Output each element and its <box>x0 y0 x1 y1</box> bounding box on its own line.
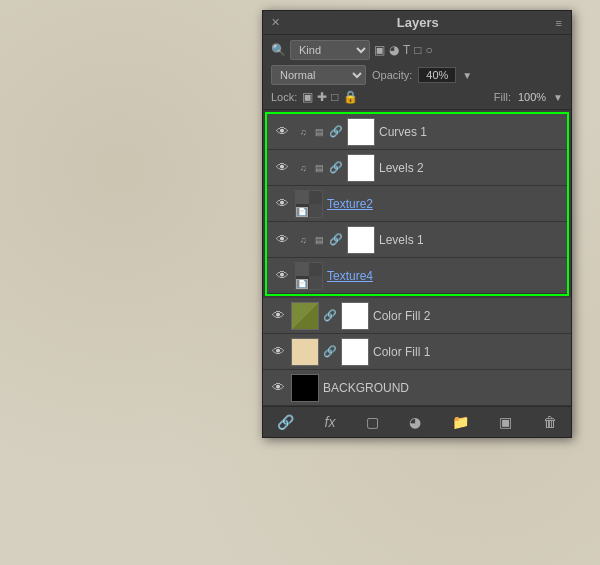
panel-title: Layers <box>397 15 439 30</box>
adjustment-icon-levels1: ▤ <box>315 235 324 245</box>
thumb-curves1 <box>347 118 375 146</box>
layer-item-curves1[interactable]: 👁 ♫ ▤ 🔗 Curves 1 <box>267 114 567 150</box>
lock-row: Lock: ▣ ✚ □ 🔒 Fill: 100% ▼ <box>271 90 563 104</box>
layer-item-texture4[interactable]: 👁 📄 Texture4 <box>267 258 567 294</box>
layer-item-colorfill2[interactable]: 👁 🔗 Color Fill 2 <box>263 298 571 334</box>
visibility-icon-background[interactable]: 👁 <box>269 380 287 395</box>
visibility-icon-colorfill1[interactable]: 👁 <box>269 344 287 359</box>
type-icon-curves1: ♫ <box>295 127 311 137</box>
kind-select[interactable]: Kind <box>290 40 370 60</box>
layer-name-colorfill1: Color Fill 1 <box>373 345 565 359</box>
panel-title-bar: ✕ Layers ≡ <box>263 11 571 35</box>
lock-move-icon[interactable]: ✚ <box>317 90 327 104</box>
lock-pixel-icon[interactable]: ▣ <box>302 90 313 104</box>
selected-group: 👁 ♫ ▤ 🔗 Curves 1 👁 ♫ ▤ 🔗 Levels 2 👁 <box>265 112 569 296</box>
visibility-icon-levels1[interactable]: 👁 <box>273 232 291 247</box>
link-icon-colorfill1[interactable]: 🔗 <box>323 345 337 358</box>
layer-name-levels1: Levels 1 <box>379 233 561 247</box>
smart-filter-icon[interactable]: ○ <box>426 43 433 57</box>
fx-button[interactable]: fx <box>321 412 340 432</box>
layer-name-background: BACKGROUND <box>323 381 565 395</box>
shape-filter-icon[interactable]: □ <box>414 43 421 57</box>
adjustment-filter-icon[interactable]: ◕ <box>389 43 399 57</box>
thumb-background <box>291 374 319 402</box>
lock-label: Lock: <box>271 91 297 103</box>
add-mask-button[interactable]: ▢ <box>362 412 383 432</box>
mask-thumb-colorfill1 <box>341 338 369 366</box>
opacity-input[interactable] <box>418 67 456 83</box>
link-layers-button[interactable]: 🔗 <box>273 412 298 432</box>
filter-icons: ▣ ◕ T □ ○ <box>374 43 433 57</box>
fill-label: Fill: <box>494 91 511 103</box>
type-icon-levels2: ♫ <box>295 163 311 173</box>
layer-name-curves1: Curves 1 <box>379 125 561 139</box>
thumb-colorfill2 <box>291 302 319 330</box>
adjustment-icon-curves1: ▤ <box>315 127 324 137</box>
thumb-levels2 <box>347 154 375 182</box>
folder-button[interactable]: 📁 <box>448 412 473 432</box>
lock-artboard-icon[interactable]: □ <box>331 90 338 104</box>
layer-name-texture2: Texture2 <box>327 197 561 211</box>
thumb-colorfill1 <box>291 338 319 366</box>
filter-row: 🔍 Kind ▣ ◕ T □ ○ <box>271 40 563 60</box>
layers-panel: ✕ Layers ≡ 🔍 Kind ▣ ◕ T □ ○ Normal Opaci… <box>262 10 572 438</box>
layer-name-texture4: Texture4 <box>327 269 561 283</box>
delete-layer-button[interactable]: 🗑 <box>539 412 561 432</box>
layer-item-texture2[interactable]: 👁 📄 Texture2 <box>267 186 567 222</box>
new-layer-button[interactable]: ▣ <box>495 412 516 432</box>
adjustment-layer-button[interactable]: ◕ <box>405 412 425 432</box>
mask-thumb-colorfill2 <box>341 302 369 330</box>
link-icon-colorfill2[interactable]: 🔗 <box>323 309 337 322</box>
visibility-icon-curves1[interactable]: 👁 <box>273 124 291 139</box>
layers-list: 👁 ♫ ▤ 🔗 Curves 1 👁 ♫ ▤ 🔗 Levels 2 👁 <box>263 112 571 406</box>
blend-row: Normal Opacity: ▼ <box>271 65 563 85</box>
thumb-texture4: 📄 <box>295 262 323 290</box>
layer-item-levels2[interactable]: 👁 ♫ ▤ 🔗 Levels 2 <box>267 150 567 186</box>
lock-all-icon[interactable]: 🔒 <box>343 90 358 104</box>
thumb-levels1 <box>347 226 375 254</box>
link-icon-curves1[interactable]: 🔗 <box>329 125 343 138</box>
panel-close-button[interactable]: ✕ <box>271 16 280 29</box>
lock-icons: ▣ ✚ □ 🔒 <box>302 90 357 104</box>
layer-item-levels1[interactable]: 👁 ♫ ▤ 🔗 Levels 1 <box>267 222 567 258</box>
pixel-filter-icon[interactable]: ▣ <box>374 43 385 57</box>
layer-name-colorfill2: Color Fill 2 <box>373 309 565 323</box>
visibility-icon-colorfill2[interactable]: 👁 <box>269 308 287 323</box>
panel-toolbar: 🔍 Kind ▣ ◕ T □ ○ Normal Opacity: ▼ Lock: <box>263 35 571 110</box>
panel-bottom-toolbar: 🔗 fx ▢ ◕ 📁 ▣ 🗑 <box>263 406 571 437</box>
blend-mode-select[interactable]: Normal <box>271 65 366 85</box>
visibility-icon-levels2[interactable]: 👁 <box>273 160 291 175</box>
search-icon: 🔍 <box>271 43 286 57</box>
fill-arrow[interactable]: ▼ <box>553 92 563 103</box>
adjustment-icon-levels2: ▤ <box>315 163 324 173</box>
panel-menu-button[interactable]: ≡ <box>556 17 563 29</box>
link-icon-levels2[interactable]: 🔗 <box>329 161 343 174</box>
layer-item-colorfill1[interactable]: 👁 🔗 Color Fill 1 <box>263 334 571 370</box>
thumb-texture2: 📄 <box>295 190 323 218</box>
visibility-icon-texture2[interactable]: 👁 <box>273 196 291 211</box>
layer-item-background[interactable]: 👁 BACKGROUND <box>263 370 571 406</box>
visibility-icon-texture4[interactable]: 👁 <box>273 268 291 283</box>
type-icon-levels1: ♫ <box>295 235 311 245</box>
link-icon-levels1[interactable]: 🔗 <box>329 233 343 246</box>
opacity-label: Opacity: <box>372 69 412 81</box>
layer-name-levels2: Levels 2 <box>379 161 561 175</box>
opacity-arrow[interactable]: ▼ <box>462 70 472 81</box>
type-filter-icon[interactable]: T <box>403 43 410 57</box>
fill-value: 100% <box>518 91 546 103</box>
